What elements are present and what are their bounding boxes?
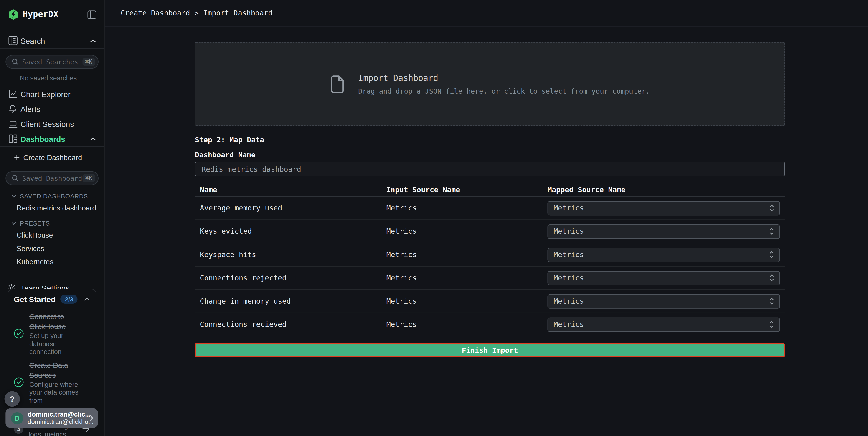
sidebar-item-chart-explorer[interactable]: Chart Explorer: [0, 86, 104, 101]
main-area: Create Dashboard > Import Dashboard Impo…: [105, 0, 868, 436]
dropzone-title: Import Dashboard: [358, 73, 650, 83]
avatar: D: [11, 412, 24, 424]
sidebar-item-label: Search: [21, 36, 45, 45]
select-chevrons-icon: [769, 274, 774, 282]
mapped-source-select[interactable]: Metrics: [548, 201, 780, 215]
saved-dashboard-item[interactable]: Redis metrics dashboard: [17, 204, 104, 212]
select-chevrons-icon: [769, 250, 774, 259]
section-presets[interactable]: PRESETS: [11, 220, 104, 227]
search-journal-icon: [8, 36, 18, 45]
select-chevrons-icon: [769, 204, 774, 212]
chart-name-cell: Connections recieved: [195, 320, 381, 328]
laptop-icon: [8, 119, 18, 128]
mapped-source-cell: Metrics: [542, 317, 785, 332]
sidebar-collapse-button[interactable]: [87, 10, 96, 19]
preset-item-kubernetes[interactable]: Kubernetes: [17, 258, 104, 266]
sidebar-item-label: Alerts: [21, 105, 40, 113]
get-started-header[interactable]: Get Started 2/3: [14, 294, 90, 305]
mapped-source-cell: Metrics: [542, 224, 785, 238]
chevron-up-icon: [84, 297, 90, 301]
dropzone-text: Import Dashboard Drag and drop a JSON fi…: [358, 73, 650, 95]
sidebar-divider: [0, 48, 104, 49]
sidebar-item-client-sessions[interactable]: Client Sessions: [0, 116, 104, 132]
mapped-source-select[interactable]: Metrics: [548, 224, 780, 238]
chevron-right-icon: [89, 414, 94, 422]
hyperdx-logo-icon: [8, 9, 19, 20]
item-text: Connect to ClickHouse Set up your databa…: [29, 311, 90, 356]
breadcrumb-separator: >: [194, 9, 199, 17]
dashboard-columns-icon: [8, 134, 18, 144]
column-header-mapped-source: Mapped Source Name: [542, 185, 785, 194]
get-started-item-connect[interactable]: Connect to ClickHouse Set up your databa…: [14, 311, 90, 356]
get-started-item-sources[interactable]: Create Data Sources Configure where your…: [14, 360, 90, 405]
breadcrumb-import-dashboard[interactable]: Import Dashboard: [203, 9, 273, 17]
check-circle-icon: [14, 329, 24, 339]
sidebar-item-search[interactable]: Search: [0, 33, 104, 48]
input-source-cell: Metrics: [381, 274, 542, 282]
chart-line-icon: [8, 89, 18, 99]
app-title: HyperDX: [23, 9, 59, 19]
dashboard-name-input[interactable]: [195, 162, 785, 176]
chevron-up-icon: [90, 137, 96, 141]
section-label: SAVED DASHBOARDS: [20, 193, 88, 199]
get-started-title: Get Started: [14, 295, 56, 304]
app-root: HyperDX Search: [0, 0, 868, 436]
mapped-source-select[interactable]: Metrics: [548, 271, 780, 285]
select-chevrons-icon: [769, 227, 774, 235]
mapped-source-cell: Metrics: [542, 271, 785, 285]
mapped-source-select[interactable]: Metrics: [548, 248, 780, 262]
bell-icon: [8, 104, 18, 113]
select-chevrons-icon: [769, 320, 774, 328]
table-row: Connections recieved Metrics Metrics: [195, 313, 785, 336]
create-dashboard-button[interactable]: Create Dashboard: [0, 150, 104, 165]
column-header-input-source: Input Source Name: [381, 185, 542, 194]
help-button[interactable]: ?: [4, 391, 20, 407]
item-title: Connect to ClickHouse: [29, 313, 66, 331]
mapped-source-select[interactable]: Metrics: [548, 294, 780, 308]
saved-searches-searchbox[interactable]: ⌘K: [5, 55, 98, 69]
sidebar-item-dashboards[interactable]: Dashboards: [0, 131, 104, 146]
saved-dashboards-searchbox[interactable]: ⌘K: [5, 171, 98, 185]
table-row: Change in memory used Metrics Metrics: [195, 290, 785, 313]
column-header-name: Name: [195, 185, 381, 194]
user-profile-chip[interactable]: D dominic.tran@clic... dominic.tran@clic…: [5, 408, 98, 428]
item-desc: Set up your database connection: [29, 332, 90, 356]
preset-item-clickhouse[interactable]: ClickHouse: [17, 231, 104, 239]
breadcrumb: Create Dashboard > Import Dashboard: [121, 9, 272, 17]
sidebar-item-label: Client Sessions: [21, 119, 74, 128]
input-source-cell: Metrics: [381, 227, 542, 235]
page-header: Create Dashboard > Import Dashboard: [105, 0, 868, 27]
chevron-down-icon: [11, 194, 17, 198]
chevron-up-icon: [90, 38, 96, 43]
table-row: Connections rejected Metrics Metrics: [195, 266, 785, 290]
section-label: PRESETS: [20, 220, 50, 227]
logo-row: HyperDX: [0, 5, 104, 23]
mapping-table: Name Input Source Name Mapped Source Nam…: [195, 183, 785, 337]
plus-icon: [14, 155, 20, 161]
input-source-cell: Metrics: [381, 320, 542, 328]
sidebar-nav: Chart Explorer Alerts Cl: [0, 86, 104, 146]
progress-badge: 2/3: [61, 295, 78, 304]
table-row: Average memory used Metrics Metrics: [195, 197, 785, 220]
saved-searches-input[interactable]: [22, 58, 82, 66]
finish-import-button[interactable]: Finish Import: [195, 343, 785, 357]
json-dropzone[interactable]: Import Dashboard Drag and drop a JSON fi…: [195, 42, 785, 126]
shortcut-badge: ⌘K: [82, 58, 95, 66]
sidebar-divider: [0, 146, 104, 147]
select-chevrons-icon: [769, 297, 774, 305]
table-row: Keys evicted Metrics Metrics: [195, 220, 785, 243]
sidebar-item-alerts[interactable]: Alerts: [0, 101, 104, 116]
item-text: Create Data Sources Configure where your…: [29, 360, 90, 405]
mapped-source-select[interactable]: Metrics: [548, 317, 780, 332]
create-dashboard-label: Create Dashboard: [23, 153, 82, 162]
input-source-cell: Metrics: [381, 250, 542, 259]
sidebar-item-label: Chart Explorer: [21, 89, 70, 98]
import-content: Import Dashboard Drag and drop a JSON fi…: [195, 27, 785, 357]
section-saved-dashboards[interactable]: SAVED DASHBOARDS: [11, 193, 104, 199]
preset-item-services[interactable]: Services: [17, 244, 104, 253]
chart-name-cell: Keys evicted: [195, 227, 381, 235]
check-circle-icon: [14, 377, 24, 387]
breadcrumb-create-dashboard[interactable]: Create Dashboard: [121, 9, 190, 17]
item-title: Create Data Sources: [29, 361, 68, 379]
saved-dashboards-input[interactable]: [22, 174, 82, 182]
